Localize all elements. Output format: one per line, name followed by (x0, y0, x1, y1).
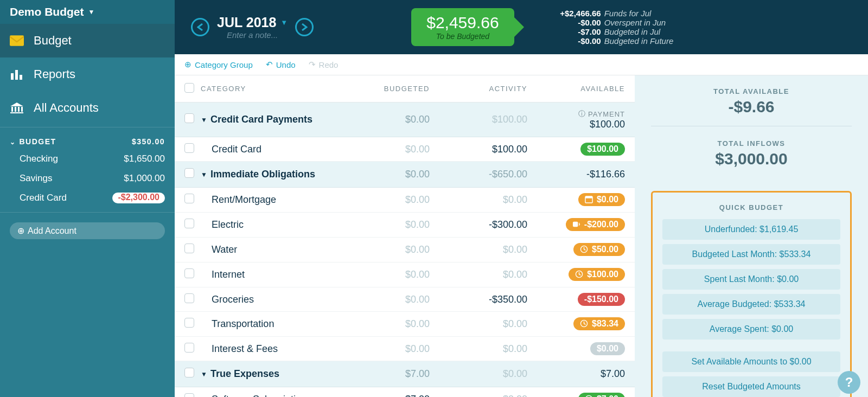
month-selector[interactable]: JUL 2018▼ Enter a note... (217, 15, 288, 40)
chevron-down-icon: ▼ (88, 8, 95, 16)
available-pill[interactable]: $0.00 (578, 193, 625, 206)
available-value: $0.00 (597, 344, 618, 354)
quick-budget-button[interactable]: Spent Last Month: $0.00 (662, 269, 840, 290)
category-group-row[interactable]: ▼Immediate Obligations $0.00 -$650.00 -$… (175, 162, 635, 188)
clock-icon (585, 395, 593, 397)
category-group-row[interactable]: ▼True Expenses $7.00 $0.00 $7.00 (175, 361, 635, 387)
category-budgeted[interactable]: $7.00 (332, 394, 430, 397)
group-budgeted: $7.00 (332, 368, 430, 380)
account-balance-negative: -$2,300.00 (112, 193, 165, 203)
category-budgeted[interactable]: $0.00 (332, 244, 430, 255)
prev-month-button[interactable] (191, 18, 209, 36)
collapse-icon[interactable]: ▼ (201, 370, 207, 378)
col-category: CATEGORY (201, 85, 332, 93)
tool-label: Redo (319, 60, 339, 69)
next-month-button[interactable] (295, 18, 314, 36)
category-checkbox[interactable] (184, 318, 194, 328)
quick-budget-title: QUICK BUDGET (662, 203, 840, 212)
category-name: Internet (201, 269, 332, 280)
nav-budget[interactable]: Budget (0, 24, 175, 57)
summary-line: +$2,466.66Funds for Jul (552, 9, 674, 18)
account-group-total: $350.00 (132, 137, 165, 146)
category-row[interactable]: Electric $0.00 -$300.00 -$200.00 (175, 213, 635, 238)
category-group-row[interactable]: ▼Credit Card Payments $0.00 $100.00 ⓘ PA… (175, 103, 635, 137)
available-pill[interactable]: $83.34 (573, 317, 625, 330)
category-budgeted[interactable]: $0.00 (332, 219, 430, 230)
account-group-header[interactable]: ⌄BUDGET $350.00 (10, 134, 165, 149)
category-checkbox[interactable] (184, 293, 194, 303)
category-row[interactable]: Credit Card $0.00 $100.00 $100.00 (175, 137, 635, 162)
available-value: $50.00 (592, 245, 618, 254)
select-all-checkbox[interactable] (184, 83, 194, 93)
divider (0, 212, 175, 213)
group-budgeted: $0.00 (332, 114, 430, 125)
summary-value: +$2,466.66 (552, 9, 601, 18)
category-row[interactable]: Transportation $0.00 $0.00 $83.34 (175, 312, 635, 337)
month-note-input[interactable]: Enter a note... (217, 30, 288, 40)
clock-icon (580, 245, 589, 254)
category-budgeted[interactable]: $0.00 (332, 343, 430, 355)
available-pill[interactable]: -$150.00 (578, 293, 625, 306)
collapse-icon[interactable]: ▼ (201, 116, 207, 124)
budget-selector[interactable]: Demo Budget ▼ (0, 0, 175, 24)
group-checkbox[interactable] (184, 113, 194, 123)
group-available: $7.00 (527, 368, 625, 380)
available-pill[interactable]: -$200.00 (566, 218, 625, 231)
tbb-label: To be Budgeted (426, 32, 499, 41)
total-inflows-block: TOTAL INFLOWS $3,000.00 (651, 139, 852, 178)
quick-budget-button[interactable]: Budgeted Last Month: $533.34 (662, 244, 840, 265)
category-activity: -$350.00 (430, 294, 527, 305)
category-checkbox[interactable] (184, 219, 194, 228)
category-checkbox[interactable] (184, 343, 194, 353)
available-pill[interactable]: $0.00 (590, 342, 625, 355)
category-row[interactable]: Water $0.00 $0.00 $50.00 (175, 238, 635, 262)
total-inflows-label: TOTAL INFLOWS (651, 139, 852, 148)
category-row[interactable]: Rent/Mortgage $0.00 $0.00 $0.00 (175, 188, 635, 213)
category-budgeted[interactable]: $0.00 (332, 194, 430, 206)
nav-reports[interactable]: Reports (0, 57, 175, 91)
collapse-icon[interactable]: ▼ (201, 171, 207, 178)
col-activity: ACTIVITY (430, 85, 527, 93)
account-row[interactable]: Savings$1,000.00 (10, 169, 165, 188)
category-activity: $0.00 (430, 343, 527, 355)
category-row[interactable]: Interest & Fees $0.00 $0.00 $0.00 (175, 337, 635, 361)
category-checkbox[interactable] (184, 194, 194, 203)
budget-name: Demo Budget (10, 5, 84, 18)
category-name: Groceries (201, 294, 332, 305)
category-row[interactable]: Software Subscriptions $7.00 $0.00 $7.00 (175, 387, 635, 397)
quick-budget-button[interactable]: Average Budgeted: $533.34 (662, 294, 840, 315)
available-pill[interactable]: $100.00 (569, 268, 625, 281)
nav-all-accounts[interactable]: All Accounts (0, 91, 175, 125)
clock-icon (575, 270, 584, 279)
quick-budget-button[interactable]: Average Spent: $0.00 (662, 319, 840, 340)
account-balance: $1,650.00 (124, 153, 165, 164)
available-pill[interactable]: $50.00 (573, 243, 625, 256)
category-budgeted[interactable]: $0.00 (332, 294, 430, 305)
undo-button[interactable]: ↶ Undo (266, 60, 296, 69)
account-row[interactable]: Credit Card-$2,300.00 (10, 188, 165, 208)
help-button[interactable]: ? (838, 371, 860, 394)
category-checkbox[interactable] (184, 143, 194, 153)
account-row[interactable]: Checking$1,650.00 (10, 149, 165, 169)
category-checkbox[interactable] (184, 244, 194, 253)
tool-label: Undo (276, 60, 296, 69)
quick-budget-action[interactable]: Reset Budgeted Amounts (662, 376, 840, 397)
group-available: ⓘ PAYMENT$100.00 (527, 109, 625, 130)
category-row[interactable]: Groceries $0.00 -$350.00 -$150.00 (175, 287, 635, 312)
add-account-button[interactable]: ⊕ Add Account (10, 222, 165, 239)
group-checkbox[interactable] (184, 168, 194, 178)
category-row[interactable]: Internet $0.00 $0.00 $100.00 (175, 262, 635, 287)
chevron-down-icon: ⌄ (10, 138, 16, 146)
category-budgeted[interactable]: $0.00 (332, 144, 430, 155)
quick-budget-button[interactable]: Underfunded: $1,619.45 (662, 219, 840, 240)
available-pill[interactable]: $100.00 (580, 143, 625, 156)
redo-button[interactable]: ↷ Redo (309, 60, 339, 69)
quick-budget-action[interactable]: Set Available Amounts to $0.00 (662, 351, 840, 372)
category-budgeted[interactable]: $0.00 (332, 269, 430, 280)
category-budgeted[interactable]: $0.00 (332, 318, 430, 330)
available-pill[interactable]: $7.00 (578, 393, 625, 397)
category-checkbox[interactable] (184, 268, 194, 278)
category-checkbox[interactable] (184, 393, 194, 397)
add-category-group-button[interactable]: ⊕ Category Group (184, 60, 253, 69)
group-checkbox[interactable] (184, 368, 194, 377)
